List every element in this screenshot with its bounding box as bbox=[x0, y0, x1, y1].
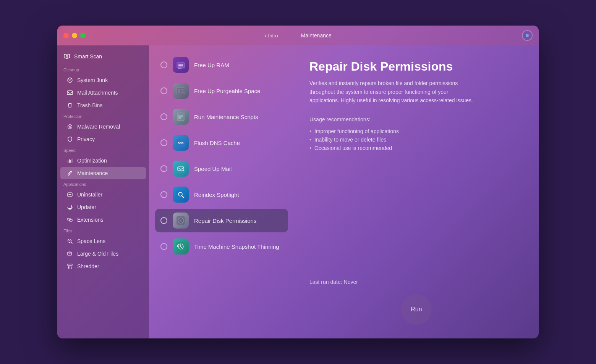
maximize-button[interactable] bbox=[80, 33, 86, 38]
radio-flush-dns[interactable] bbox=[160, 139, 167, 146]
svg-line-24 bbox=[71, 266, 71, 269]
sidebar-item-smart-scan[interactable]: Smart Scan bbox=[57, 50, 149, 63]
svg-rect-21 bbox=[68, 264, 72, 266]
space-lens-label: Space Lens bbox=[77, 238, 105, 244]
detail-description: Verifies and instantly repairs broken fi… bbox=[309, 79, 478, 105]
svg-line-22 bbox=[68, 266, 69, 269]
maintenance-icon bbox=[66, 170, 73, 177]
sidebar-section-cleanup: Cleanup bbox=[57, 65, 149, 74]
icon-flush-dns: DNS bbox=[173, 135, 189, 151]
radio-reindex-spotlight[interactable] bbox=[160, 191, 167, 198]
sidebar-item-system-junk[interactable]: System Junk bbox=[60, 74, 146, 86]
privacy-icon bbox=[66, 136, 73, 143]
radio-maintenance-scripts[interactable] bbox=[160, 113, 167, 120]
sidebar-item-mail-attachments[interactable]: Mail Attachments bbox=[60, 87, 146, 99]
updater-icon bbox=[66, 204, 73, 211]
sidebar-item-maintenance[interactable]: Maintenance bbox=[60, 167, 146, 179]
svg-text:DNS: DNS bbox=[178, 142, 184, 145]
sidebar-item-uninstaller[interactable]: Uninstaller bbox=[60, 188, 146, 201]
malware-removal-icon bbox=[66, 123, 73, 130]
shredder-icon bbox=[66, 263, 73, 270]
radio-time-machine[interactable] bbox=[160, 243, 167, 250]
list-item-maintenance-scripts[interactable]: Run Maintenance Scripts bbox=[155, 105, 288, 129]
sidebar-section-files: Files bbox=[57, 226, 149, 235]
system-junk-label: System Junk bbox=[77, 77, 108, 83]
extensions-label: Extensions bbox=[77, 217, 103, 223]
space-lens-icon bbox=[66, 238, 73, 245]
sidebar-item-updater[interactable]: Updater bbox=[60, 201, 146, 213]
titlebar: ‹ Intro Maintenance bbox=[57, 26, 539, 45]
sidebar: Smart Scan Cleanup System Junk bbox=[57, 45, 149, 338]
minimize-button[interactable] bbox=[72, 33, 77, 38]
svg-rect-28 bbox=[178, 68, 179, 69]
sidebar-item-malware-removal[interactable]: Malware Removal bbox=[60, 121, 146, 133]
list-item-flush-dns[interactable]: DNS Flush DNS Cache bbox=[155, 131, 288, 155]
optimization-icon bbox=[66, 157, 73, 164]
sidebar-item-large-old-files[interactable]: Large & Old Files bbox=[60, 248, 146, 260]
svg-rect-37 bbox=[177, 113, 184, 121]
optimization-label: Optimization bbox=[77, 158, 107, 164]
sidebar-item-extensions[interactable]: Extensions bbox=[60, 214, 146, 226]
radio-repair-disk[interactable] bbox=[160, 217, 167, 224]
svg-rect-35 bbox=[181, 89, 184, 90]
large-old-files-icon bbox=[66, 250, 73, 257]
radio-free-up-ram[interactable] bbox=[160, 61, 167, 68]
icon-reindex-spotlight bbox=[173, 187, 189, 203]
label-repair-disk: Repair Disk Permissions bbox=[194, 217, 256, 224]
main-content: RAM Free Up RAM bbox=[149, 45, 539, 338]
run-button[interactable]: Run bbox=[401, 294, 432, 325]
mail-attachments-icon bbox=[66, 89, 73, 96]
label-free-up-ram: Free Up RAM bbox=[194, 62, 229, 68]
malware-removal-label: Malware Removal bbox=[77, 124, 120, 130]
maintenance-label: Maintenance bbox=[77, 170, 108, 176]
label-maintenance-scripts: Run Maintenance Scripts bbox=[194, 114, 258, 120]
svg-point-3 bbox=[66, 55, 68, 57]
detail-title: Repair Disk Permissions bbox=[309, 59, 523, 74]
sidebar-item-space-lens[interactable]: Space Lens bbox=[60, 235, 146, 247]
avatar-dot bbox=[526, 34, 529, 37]
large-old-files-label: Large & Old Files bbox=[77, 251, 118, 257]
back-chevron-icon: ‹ bbox=[264, 32, 266, 39]
back-button[interactable]: ‹ Intro bbox=[264, 32, 278, 39]
usage-list: Improper functioning of applications Ina… bbox=[309, 127, 523, 152]
system-junk-icon bbox=[66, 77, 73, 84]
smart-scan-label: Smart Scan bbox=[74, 53, 102, 60]
sidebar-item-trash-bins[interactable]: Trash Bins bbox=[60, 99, 146, 111]
updater-label: Updater bbox=[77, 204, 96, 210]
user-avatar[interactable] bbox=[522, 30, 533, 41]
icon-time-machine bbox=[173, 238, 189, 254]
usage-recommendations-label: Usage recommendations: bbox=[309, 116, 523, 122]
titlebar-center: ‹ Intro Maintenance bbox=[264, 32, 332, 39]
last-run-label: Last run date: bbox=[309, 279, 342, 285]
list-item-time-machine[interactable]: Time Machine Snapshot Thinning bbox=[155, 235, 288, 258]
svg-rect-29 bbox=[179, 68, 180, 69]
label-speed-up-mail: Speed Up Mail bbox=[194, 166, 232, 172]
uninstaller-icon bbox=[66, 191, 73, 198]
sidebar-item-optimization[interactable]: Optimization bbox=[60, 155, 146, 167]
sidebar-section-applications: Applications bbox=[57, 180, 149, 188]
svg-point-52 bbox=[180, 220, 181, 221]
list-item-free-up-ram[interactable]: RAM Free Up RAM bbox=[155, 53, 288, 77]
usage-item-3: Occasional use is recommended bbox=[309, 144, 523, 152]
radio-free-purgeable[interactable] bbox=[160, 87, 167, 94]
trash-bins-icon bbox=[66, 102, 73, 109]
label-time-machine: Time Machine Snapshot Thinning bbox=[194, 243, 279, 250]
list-item-free-purgeable[interactable]: Free Up Purgeable Space bbox=[155, 79, 288, 103]
svg-rect-0 bbox=[64, 54, 70, 58]
list-item-reindex-spotlight[interactable]: Reindex Spotlight bbox=[155, 183, 288, 206]
sidebar-item-privacy[interactable]: Privacy bbox=[60, 133, 146, 145]
svg-rect-32 bbox=[183, 68, 183, 69]
mail-attachments-label: Mail Attachments bbox=[77, 90, 118, 96]
svg-rect-31 bbox=[181, 68, 182, 69]
svg-point-5 bbox=[68, 78, 72, 82]
uninstaller-label: Uninstaller bbox=[77, 192, 102, 198]
list-item-repair-disk[interactable]: Repair Disk Permissions bbox=[155, 209, 288, 232]
sidebar-item-shredder[interactable]: Shredder bbox=[60, 260, 146, 272]
usage-item-2: Inability to move or delete files bbox=[309, 135, 523, 144]
close-button[interactable] bbox=[63, 33, 69, 38]
list-item-speed-up-mail[interactable]: Speed Up Mail bbox=[155, 157, 288, 180]
extensions-icon bbox=[66, 216, 73, 223]
radio-speed-up-mail[interactable] bbox=[160, 165, 167, 172]
svg-rect-30 bbox=[180, 68, 181, 69]
svg-text:RAM: RAM bbox=[178, 64, 183, 66]
